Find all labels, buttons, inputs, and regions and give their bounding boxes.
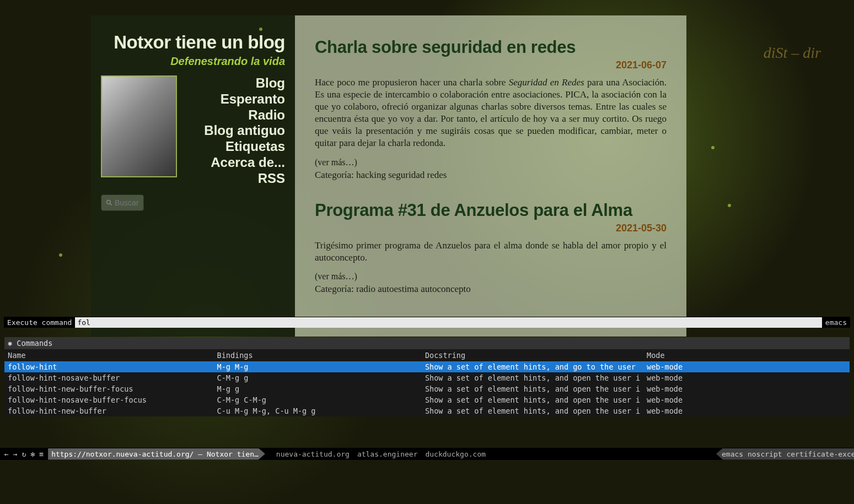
nav-esperanto[interactable]: Esperanto [182, 91, 285, 107]
background-dot [259, 28, 262, 31]
post-date: 2021-05-30 [315, 223, 667, 234]
cell-bind: C-M-g C-M-g [214, 394, 422, 405]
active-modes: emacs noscript certificate-excepti [716, 448, 854, 460]
site-title: Notxor tiene un blog [101, 32, 285, 53]
cell-doc: Show a set of element hints, and open th… [422, 394, 643, 405]
cell-doc: Show a set of element hints, and open th… [422, 383, 643, 394]
category-tags[interactable]: radio autoestima autoconcepto [356, 284, 471, 294]
background-dot [59, 253, 62, 257]
search-icon [106, 199, 112, 207]
table-header-row: Name Bindings Docstring Mode [4, 349, 850, 361]
main-nav: Blog Esperanto Radio Blog antiguo Etique… [182, 75, 285, 187]
background-decoration: diSt – dir [764, 44, 821, 62]
col-name: Name [4, 349, 214, 361]
post-title[interactable]: Programa #31 de Anzuelos para el Alma [315, 200, 667, 220]
host-link[interactable]: duckduckgo.com [425, 450, 486, 458]
minibuffer-prompt: Execute command [4, 318, 75, 327]
search-box[interactable] [101, 194, 144, 211]
post-categories: Categoría: radio autoestima autoconcepto [315, 284, 667, 295]
cell-doc: Show a set of element hints, and go to t… [422, 361, 643, 372]
read-more-link[interactable]: (ver más…) [315, 158, 667, 167]
host-link[interactable]: atlas.engineer [357, 450, 418, 458]
svg-line-1 [110, 203, 112, 205]
cell-bind: C-u M-g M-g, C-u M-g g [214, 405, 422, 416]
host-link[interactable]: nueva-actitud.org [276, 450, 350, 458]
background-dot [711, 146, 715, 149]
nav-etiquetas[interactable]: Etiquetas [182, 139, 285, 155]
reload-icon[interactable]: ↻ [22, 450, 26, 458]
post-title[interactable]: Charla sobre seguridad en redes [315, 37, 667, 57]
table-row[interactable]: follow-hint-new-bufferC-u M-g M-g, C-u M… [4, 405, 850, 416]
post: Charla sobre seguridad en redes 2021-06-… [315, 37, 667, 181]
cell-name: follow-hint-nosave-buffer [4, 372, 214, 383]
table-row[interactable]: follow-hint-nosave-bufferC-M-g gShow a s… [4, 372, 850, 383]
col-docstring: Docstring [422, 349, 643, 361]
post-body: Trigésimo primer programa de Anzuelos pa… [315, 240, 667, 264]
background-dot [728, 204, 731, 207]
cell-name: follow-hint-new-buffer [4, 405, 214, 416]
cell-mode: web-mode [643, 394, 850, 405]
back-icon[interactable]: ← [4, 450, 9, 458]
post: Programa #31 de Anzuelos para el Alma 20… [315, 200, 667, 295]
nav-blog-antiguo[interactable]: Blog antiguo [182, 123, 285, 139]
cell-name: follow-hint [4, 361, 214, 372]
post-categories: Categoría: hacking seguridad redes [315, 170, 667, 181]
forward-icon[interactable]: → [13, 450, 18, 458]
completion-table: Name Bindings Docstring Mode follow-hint… [4, 349, 850, 416]
status-bar: ← → ↻ ✻ ≡ https://notxor.nueva-actitud.o… [0, 448, 854, 460]
cell-doc: Show a set of element hints, and open th… [422, 372, 643, 383]
cell-name: follow-hint-new-buffer-focus [4, 383, 214, 394]
cell-mode: web-mode [643, 405, 850, 416]
cell-bind: M-g M-g [214, 361, 422, 372]
sidebar: Notxor tiene un blog Defenestrando la vi… [91, 15, 295, 337]
menu-icon[interactable]: ≡ [39, 450, 44, 458]
table-row[interactable]: follow-hint-nosave-buffer-focusC-M-g C-M… [4, 394, 850, 405]
cell-doc: Show a set of element hints, and open th… [422, 405, 643, 416]
nav-rss[interactable]: RSS [182, 171, 285, 187]
cell-bind: C-M-g g [214, 372, 422, 383]
content: Charla sobre seguridad en redes 2021-06-… [295, 15, 686, 337]
minibuffer-mode-indicator: emacs [822, 318, 850, 327]
cell-mode: web-mode [643, 383, 850, 394]
category-tags[interactable]: hacking seguridad redes [356, 170, 447, 180]
svg-point-0 [107, 200, 111, 204]
buffer-tab-active[interactable]: https://notxor.nueva-actitud.org/ — Notx… [48, 448, 265, 460]
cell-bind: M-g g [214, 383, 422, 394]
nav-radio[interactable]: Radio [182, 107, 285, 123]
table-row[interactable]: follow-hint-new-buffer-focusM-g gShow a … [4, 383, 850, 394]
host-list: nueva-actitud.org atlas.engineer duckduc… [263, 450, 486, 458]
col-bindings: Bindings [214, 349, 422, 361]
completion-panel: ✱ Commands Name Bindings Docstring Mode … [4, 337, 850, 416]
post-date: 2021-06-07 [315, 59, 667, 71]
cell-mode: web-mode [643, 361, 850, 372]
table-row[interactable]: follow-hintM-g M-gShow a set of element … [4, 361, 850, 372]
completion-heading: ✱ Commands [4, 337, 850, 349]
nav-blog[interactable]: Blog [182, 75, 285, 91]
minibuffer: Execute command emacs [4, 317, 850, 328]
post-body: Hace poco me propusieron hacer una charl… [315, 77, 667, 150]
read-more-link[interactable]: (ver más…) [315, 272, 667, 281]
cell-mode: web-mode [643, 372, 850, 383]
nav-acerca[interactable]: Acerca de... [182, 155, 285, 171]
settings-icon[interactable]: ✻ [30, 450, 35, 458]
avatar[interactable] [101, 75, 177, 177]
search-input[interactable] [115, 198, 139, 207]
cell-name: follow-hint-nosave-buffer-focus [4, 394, 214, 405]
col-mode: Mode [643, 349, 850, 361]
site-subtitle: Defenestrando la vida [101, 55, 285, 68]
minibuffer-input[interactable] [75, 317, 821, 328]
